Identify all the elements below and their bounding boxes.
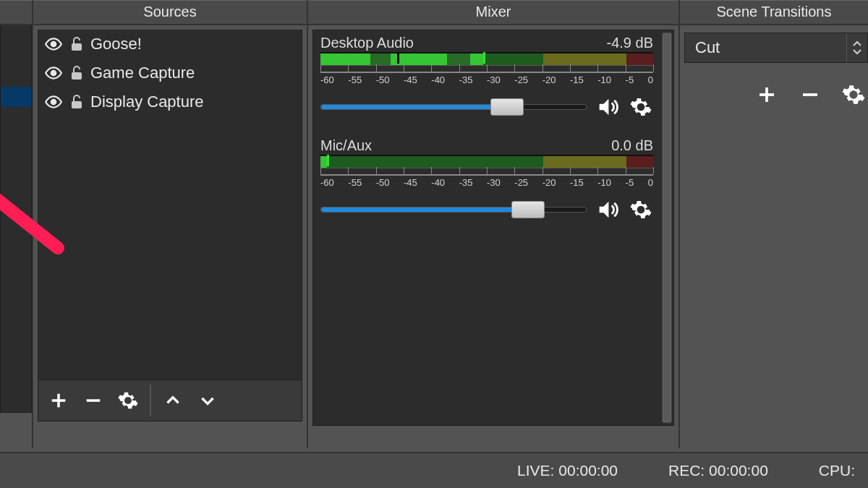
source-row[interactable]: Game Capture: [38, 59, 302, 87]
add-transition-button[interactable]: [752, 80, 781, 109]
mixer-panel: Mixer Desktop Audio -4.9 dB: [308, 0, 680, 448]
svg-rect-2: [72, 43, 82, 51]
transition-settings-button[interactable]: [839, 80, 868, 109]
separator: [150, 385, 151, 416]
lock-open-icon[interactable]: [67, 64, 86, 82]
mixer-channel: Mic/Aux 0.0 dB: [313, 133, 660, 223]
eye-icon[interactable]: [44, 35, 63, 53]
source-name: Goose!: [90, 35, 142, 53]
mixer-scrollbar[interactable]: [662, 32, 672, 424]
level-meter: -60-55-50-45-40-35-30-25-20-15-10-50: [320, 52, 653, 85]
source-settings-button[interactable]: [112, 385, 144, 416]
meter-tick-labels: -60-55-50-45-40-35-30-25-20-15-10-50: [320, 177, 653, 188]
remove-transition-button[interactable]: [796, 80, 825, 109]
slider-thumb[interactable]: [490, 98, 524, 116]
svg-rect-6: [72, 101, 82, 108]
channel-settings-button[interactable]: [629, 95, 653, 119]
status-bar: LIVE: 00:00:00 REC: 00:00:00 CPU:: [0, 452, 868, 488]
channel-db: 0.0 dB: [611, 137, 653, 155]
channel-name: Mic/Aux: [320, 137, 372, 155]
status-cpu: CPU:: [819, 462, 855, 479]
volume-slider[interactable]: [320, 104, 587, 110]
sources-list[interactable]: Goose! Game Capture: [38, 30, 302, 380]
add-source-button[interactable]: [43, 385, 75, 416]
move-source-up-button[interactable]: [157, 385, 189, 416]
sources-header: Sources: [33, 0, 307, 25]
svg-point-5: [51, 100, 56, 105]
source-name: Display Capture: [90, 93, 204, 111]
status-live: LIVE: 00:00:00: [517, 462, 618, 479]
mixer-channel: Desktop Audio -4.9 dB: [313, 30, 660, 120]
scenes-list[interactable]: [0, 25, 32, 413]
scene-transitions-panel: Scene Transitions Cut: [680, 0, 868, 448]
slider-thumb[interactable]: [511, 201, 545, 218]
transitions-toolbar: [684, 63, 868, 109]
svg-rect-4: [72, 72, 82, 80]
sources-toolbar: [38, 380, 302, 421]
transition-select[interactable]: Cut: [684, 33, 868, 63]
scene-transitions-header: Scene Transitions: [680, 0, 868, 25]
channel-db: -4.9 dB: [607, 35, 653, 52]
move-source-down-button[interactable]: [192, 385, 224, 416]
scenes-panel-sliver: [0, 0, 33, 448]
level-meter: -60-55-50-45-40-35-30-25-20-15-10-50: [320, 155, 653, 188]
scene-row-selected[interactable]: [1, 87, 31, 107]
eye-icon[interactable]: [44, 93, 63, 111]
source-row[interactable]: Goose!: [38, 30, 302, 59]
transition-selected: Cut: [685, 38, 846, 57]
select-stepper-icon[interactable]: [846, 33, 867, 62]
channel-name: Desktop Audio: [320, 35, 414, 52]
scenes-header: [0, 0, 32, 25]
source-row[interactable]: Display Capture: [38, 87, 302, 116]
lock-open-icon[interactable]: [67, 93, 86, 111]
speaker-icon[interactable]: [595, 197, 620, 222]
sources-panel: Sources Goose!: [33, 0, 308, 448]
lock-open-icon[interactable]: [67, 35, 86, 53]
svg-point-1: [51, 42, 56, 47]
eye-icon[interactable]: [44, 64, 63, 82]
remove-source-button[interactable]: [77, 385, 109, 416]
source-name: Game Capture: [90, 64, 195, 82]
meter-tick-labels: -60-55-50-45-40-35-30-25-20-15-10-50: [320, 74, 653, 85]
svg-point-3: [51, 71, 56, 76]
mixer-scrollthumb[interactable]: [663, 33, 671, 422]
channel-settings-button[interactable]: [629, 197, 653, 222]
status-rec: REC: 00:00:00: [668, 462, 768, 479]
volume-slider[interactable]: [320, 207, 587, 213]
mixer-body: Desktop Audio -4.9 dB: [312, 30, 674, 426]
mixer-header: Mixer: [308, 0, 678, 25]
speaker-icon[interactable]: [595, 95, 620, 119]
